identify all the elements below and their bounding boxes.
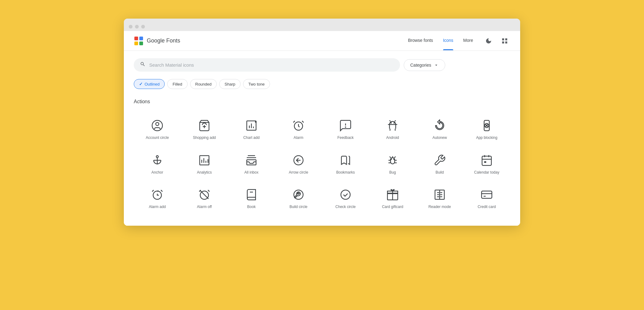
search-bar-container: Categories <box>134 58 510 72</box>
svg-point-38 <box>391 159 392 160</box>
navbar: Google Fonts Browse fonts Icons More <box>124 31 520 51</box>
icon-label-reader-mode: Reader mode <box>429 205 451 210</box>
icon-label-credit-card: Credit card <box>478 205 496 210</box>
search-icon <box>140 61 146 69</box>
icon-label-calendar-today: Calendar today <box>474 170 499 175</box>
chip-outlined[interactable]: ✓ Outlined <box>134 79 165 89</box>
icon-grid-actions: Account circle Shopping add <box>134 112 510 216</box>
main-content: Categories ✓ Outlined Filled Rounded <box>124 51 520 226</box>
icon-label-anchor: Anchor <box>151 170 163 175</box>
icon-label-bug: Bug <box>389 170 396 175</box>
icon-label-autonew: Autonew <box>433 135 447 140</box>
chip-rounded[interactable]: Rounded <box>190 79 217 89</box>
svg-point-51 <box>341 190 350 199</box>
svg-point-39 <box>394 159 395 160</box>
filter-chips: ✓ Outlined Filled Rounded Sharp Two tone <box>134 79 510 89</box>
svg-point-26 <box>156 156 159 158</box>
icon-item-analytics[interactable]: Analytics <box>181 147 228 181</box>
icon-item-chart-add[interactable]: Chart add <box>228 112 275 147</box>
browser-window: Google Fonts Browse fonts Icons More <box>124 19 520 226</box>
browser-chrome <box>124 19 520 31</box>
grid-view-button[interactable] <box>499 35 510 46</box>
browser-dot-green <box>141 25 145 29</box>
chip-filled[interactable]: Filled <box>167 79 187 89</box>
icon-item-android[interactable]: Android <box>369 112 416 147</box>
svg-rect-3 <box>139 42 143 45</box>
icon-label-bookmarks: Bookmarks <box>336 170 355 175</box>
icon-label-analytics: Analytics <box>197 170 212 175</box>
svg-rect-0 <box>134 37 138 40</box>
svg-rect-2 <box>134 42 138 45</box>
icon-label-feedback: Feedback <box>337 135 354 140</box>
icon-item-shopping-add[interactable]: Shopping add <box>181 112 228 147</box>
search-input[interactable] <box>149 62 394 68</box>
nav-icons[interactable]: Icons <box>443 38 453 44</box>
icon-item-feedback[interactable]: Feedback <box>322 112 369 147</box>
chip-two-tone[interactable]: Two tone <box>243 79 270 89</box>
svg-line-21 <box>395 120 396 121</box>
icon-label-build: Build <box>436 170 444 175</box>
icon-item-credit-card[interactable]: Credit card <box>463 181 510 216</box>
icon-label-arrow-circle: Arrow circle <box>289 170 308 175</box>
icon-item-all-inbox[interactable]: All inbox <box>228 147 275 181</box>
browser-dot-yellow <box>135 25 139 29</box>
nav-browse[interactable]: Browse fonts <box>408 38 433 44</box>
icon-item-arrow-circle[interactable]: Arrow circle <box>275 147 322 181</box>
svg-rect-1 <box>139 37 143 40</box>
nav-more[interactable]: More <box>463 38 473 44</box>
logo-area: Google Fonts <box>134 36 180 46</box>
icon-item-account-circle[interactable]: Account circle <box>134 112 181 147</box>
svg-rect-62 <box>481 191 492 198</box>
check-icon: ✓ <box>139 82 143 86</box>
logo-icon <box>134 36 144 46</box>
icon-label-android: Android <box>386 135 399 140</box>
icon-label-all-inbox: All inbox <box>244 170 258 175</box>
svg-point-5 <box>156 122 159 126</box>
icon-label-alarm: Alarm <box>294 135 303 140</box>
icon-label-book: Book <box>247 205 255 210</box>
browser-dot-red <box>129 25 133 29</box>
icon-label-check-circle: Check circle <box>335 205 355 210</box>
page-content: Google Fonts Browse fonts Icons More <box>124 31 520 226</box>
nav-links: Browse fonts Icons More <box>408 38 473 44</box>
section-heading-actions: Actions <box>134 99 510 104</box>
icon-label-app-blocking: App blocking <box>476 135 498 140</box>
svg-point-15 <box>345 127 346 127</box>
search-bar <box>134 58 400 72</box>
icon-item-reader-mode[interactable]: Reader mode <box>416 181 463 216</box>
icon-item-alarm[interactable]: Alarm <box>275 112 322 147</box>
icon-label-shopping-add: Shopping add <box>193 135 216 140</box>
icon-item-build-circle[interactable]: Build circle <box>275 181 322 216</box>
icon-item-alarm-off[interactable]: Alarm off <box>181 181 228 216</box>
svg-point-18 <box>391 123 391 123</box>
icon-label-alarm-off: Alarm off <box>197 205 212 210</box>
actions-section: Actions Account circle <box>134 99 510 216</box>
svg-rect-44 <box>484 161 486 163</box>
theme-toggle-button[interactable] <box>483 35 494 46</box>
icon-item-build[interactable]: Build <box>416 147 463 181</box>
icon-item-alarm-add[interactable]: Alarm add <box>134 181 181 216</box>
icon-item-card-giftcard[interactable]: Card giftcard <box>369 181 416 216</box>
icon-label-account-circle: Account circle <box>146 135 169 140</box>
icon-label-chart-add: Chart add <box>243 135 260 140</box>
icon-label-alarm-add: Alarm add <box>149 205 166 210</box>
icon-item-anchor[interactable]: Anchor <box>134 147 181 181</box>
svg-rect-33 <box>247 160 256 165</box>
icon-item-calendar-today[interactable]: Calendar today <box>463 147 510 181</box>
icon-item-autonew[interactable]: Autonew <box>416 112 463 147</box>
nav-icons-area <box>483 35 510 46</box>
icon-label-build-circle: Build circle <box>289 205 307 210</box>
categories-button[interactable]: Categories <box>404 59 445 71</box>
svg-line-20 <box>389 120 390 121</box>
svg-rect-40 <box>482 156 491 165</box>
icon-item-book[interactable]: Book <box>228 181 275 216</box>
icon-item-check-circle[interactable]: Check circle <box>322 181 369 216</box>
icon-label-card-giftcard: Card giftcard <box>382 205 403 210</box>
icon-item-bug[interactable]: Bug <box>369 147 416 181</box>
svg-point-19 <box>394 123 394 123</box>
logo-text: Google Fonts <box>147 38 180 44</box>
icon-item-app-blocking[interactable]: App blocking <box>463 112 510 147</box>
icon-item-bookmarks[interactable]: Bookmarks <box>322 147 369 181</box>
chip-sharp[interactable]: Sharp <box>219 79 241 89</box>
